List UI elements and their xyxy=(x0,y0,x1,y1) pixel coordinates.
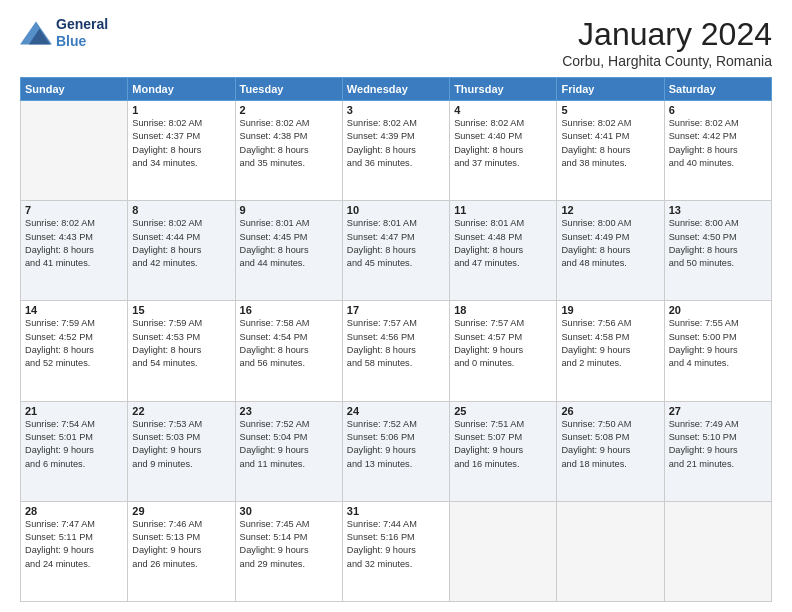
calendar-week-row: 28Sunrise: 7:47 AMSunset: 5:11 PMDayligh… xyxy=(21,501,772,601)
calendar-day-cell: 26Sunrise: 7:50 AMSunset: 5:08 PMDayligh… xyxy=(557,401,664,501)
calendar-week-row: 14Sunrise: 7:59 AMSunset: 4:52 PMDayligh… xyxy=(21,301,772,401)
logo: General Blue xyxy=(20,16,108,50)
day-info: Sunrise: 8:00 AMSunset: 4:49 PMDaylight:… xyxy=(561,217,659,270)
day-info: Sunrise: 8:02 AMSunset: 4:39 PMDaylight:… xyxy=(347,117,445,170)
day-info: Sunrise: 8:02 AMSunset: 4:42 PMDaylight:… xyxy=(669,117,767,170)
calendar-day-cell: 18Sunrise: 7:57 AMSunset: 4:57 PMDayligh… xyxy=(450,301,557,401)
day-info: Sunrise: 7:49 AMSunset: 5:10 PMDaylight:… xyxy=(669,418,767,471)
calendar-day-cell xyxy=(450,501,557,601)
calendar-day-cell: 11Sunrise: 8:01 AMSunset: 4:48 PMDayligh… xyxy=(450,201,557,301)
day-number: 19 xyxy=(561,304,659,316)
day-number: 12 xyxy=(561,204,659,216)
day-number: 21 xyxy=(25,405,123,417)
day-info: Sunrise: 7:57 AMSunset: 4:57 PMDaylight:… xyxy=(454,317,552,370)
day-number: 26 xyxy=(561,405,659,417)
header-monday: Monday xyxy=(128,78,235,101)
calendar-day-cell: 17Sunrise: 7:57 AMSunset: 4:56 PMDayligh… xyxy=(342,301,449,401)
day-info: Sunrise: 8:01 AMSunset: 4:47 PMDaylight:… xyxy=(347,217,445,270)
calendar-day-cell xyxy=(664,501,771,601)
day-info: Sunrise: 7:55 AMSunset: 5:00 PMDaylight:… xyxy=(669,317,767,370)
calendar-day-cell: 29Sunrise: 7:46 AMSunset: 5:13 PMDayligh… xyxy=(128,501,235,601)
calendar-day-cell: 28Sunrise: 7:47 AMSunset: 5:11 PMDayligh… xyxy=(21,501,128,601)
calendar-day-cell: 9Sunrise: 8:01 AMSunset: 4:45 PMDaylight… xyxy=(235,201,342,301)
day-info: Sunrise: 7:45 AMSunset: 5:14 PMDaylight:… xyxy=(240,518,338,571)
calendar-day-cell xyxy=(21,101,128,201)
calendar-day-cell: 7Sunrise: 8:02 AMSunset: 4:43 PMDaylight… xyxy=(21,201,128,301)
day-number: 15 xyxy=(132,304,230,316)
day-number: 23 xyxy=(240,405,338,417)
calendar-day-cell: 2Sunrise: 8:02 AMSunset: 4:38 PMDaylight… xyxy=(235,101,342,201)
calendar-day-cell: 1Sunrise: 8:02 AMSunset: 4:37 PMDaylight… xyxy=(128,101,235,201)
day-number: 31 xyxy=(347,505,445,517)
calendar-day-cell: 5Sunrise: 8:02 AMSunset: 4:41 PMDaylight… xyxy=(557,101,664,201)
subtitle: Corbu, Harghita County, Romania xyxy=(562,53,772,69)
day-info: Sunrise: 7:56 AMSunset: 4:58 PMDaylight:… xyxy=(561,317,659,370)
weekday-header-row: Sunday Monday Tuesday Wednesday Thursday… xyxy=(21,78,772,101)
calendar-day-cell: 6Sunrise: 8:02 AMSunset: 4:42 PMDaylight… xyxy=(664,101,771,201)
day-info: Sunrise: 7:57 AMSunset: 4:56 PMDaylight:… xyxy=(347,317,445,370)
day-info: Sunrise: 7:59 AMSunset: 4:53 PMDaylight:… xyxy=(132,317,230,370)
day-number: 10 xyxy=(347,204,445,216)
day-number: 20 xyxy=(669,304,767,316)
day-number: 17 xyxy=(347,304,445,316)
calendar-week-row: 1Sunrise: 8:02 AMSunset: 4:37 PMDaylight… xyxy=(21,101,772,201)
day-info: Sunrise: 8:01 AMSunset: 4:48 PMDaylight:… xyxy=(454,217,552,270)
calendar-day-cell: 25Sunrise: 7:51 AMSunset: 5:07 PMDayligh… xyxy=(450,401,557,501)
day-info: Sunrise: 7:52 AMSunset: 5:04 PMDaylight:… xyxy=(240,418,338,471)
day-info: Sunrise: 8:02 AMSunset: 4:37 PMDaylight:… xyxy=(132,117,230,170)
day-number: 24 xyxy=(347,405,445,417)
calendar-table: Sunday Monday Tuesday Wednesday Thursday… xyxy=(20,77,772,602)
day-info: Sunrise: 7:46 AMSunset: 5:13 PMDaylight:… xyxy=(132,518,230,571)
calendar-day-cell xyxy=(557,501,664,601)
calendar-day-cell: 24Sunrise: 7:52 AMSunset: 5:06 PMDayligh… xyxy=(342,401,449,501)
calendar-day-cell: 22Sunrise: 7:53 AMSunset: 5:03 PMDayligh… xyxy=(128,401,235,501)
page: General Blue January 2024 Corbu, Harghit… xyxy=(0,0,792,612)
day-info: Sunrise: 7:44 AMSunset: 5:16 PMDaylight:… xyxy=(347,518,445,571)
calendar-day-cell: 13Sunrise: 8:00 AMSunset: 4:50 PMDayligh… xyxy=(664,201,771,301)
calendar-day-cell: 20Sunrise: 7:55 AMSunset: 5:00 PMDayligh… xyxy=(664,301,771,401)
day-number: 7 xyxy=(25,204,123,216)
day-info: Sunrise: 7:58 AMSunset: 4:54 PMDaylight:… xyxy=(240,317,338,370)
day-info: Sunrise: 7:47 AMSunset: 5:11 PMDaylight:… xyxy=(25,518,123,571)
day-info: Sunrise: 8:02 AMSunset: 4:43 PMDaylight:… xyxy=(25,217,123,270)
header-friday: Friday xyxy=(557,78,664,101)
day-info: Sunrise: 8:00 AMSunset: 4:50 PMDaylight:… xyxy=(669,217,767,270)
main-title: January 2024 xyxy=(562,16,772,53)
day-number: 11 xyxy=(454,204,552,216)
day-number: 14 xyxy=(25,304,123,316)
day-number: 29 xyxy=(132,505,230,517)
calendar-day-cell: 4Sunrise: 8:02 AMSunset: 4:40 PMDaylight… xyxy=(450,101,557,201)
day-info: Sunrise: 7:59 AMSunset: 4:52 PMDaylight:… xyxy=(25,317,123,370)
calendar-day-cell: 3Sunrise: 8:02 AMSunset: 4:39 PMDaylight… xyxy=(342,101,449,201)
day-number: 13 xyxy=(669,204,767,216)
day-info: Sunrise: 7:50 AMSunset: 5:08 PMDaylight:… xyxy=(561,418,659,471)
calendar-day-cell: 30Sunrise: 7:45 AMSunset: 5:14 PMDayligh… xyxy=(235,501,342,601)
day-info: Sunrise: 8:02 AMSunset: 4:41 PMDaylight:… xyxy=(561,117,659,170)
day-number: 16 xyxy=(240,304,338,316)
day-number: 1 xyxy=(132,104,230,116)
calendar-day-cell: 14Sunrise: 7:59 AMSunset: 4:52 PMDayligh… xyxy=(21,301,128,401)
day-number: 8 xyxy=(132,204,230,216)
calendar-day-cell: 8Sunrise: 8:02 AMSunset: 4:44 PMDaylight… xyxy=(128,201,235,301)
day-info: Sunrise: 8:02 AMSunset: 4:44 PMDaylight:… xyxy=(132,217,230,270)
calendar-day-cell: 19Sunrise: 7:56 AMSunset: 4:58 PMDayligh… xyxy=(557,301,664,401)
calendar-day-cell: 21Sunrise: 7:54 AMSunset: 5:01 PMDayligh… xyxy=(21,401,128,501)
day-number: 9 xyxy=(240,204,338,216)
calendar-day-cell: 23Sunrise: 7:52 AMSunset: 5:04 PMDayligh… xyxy=(235,401,342,501)
day-info: Sunrise: 8:01 AMSunset: 4:45 PMDaylight:… xyxy=(240,217,338,270)
day-number: 25 xyxy=(454,405,552,417)
day-info: Sunrise: 8:02 AMSunset: 4:38 PMDaylight:… xyxy=(240,117,338,170)
logo-icon xyxy=(20,19,52,47)
day-info: Sunrise: 7:54 AMSunset: 5:01 PMDaylight:… xyxy=(25,418,123,471)
day-number: 27 xyxy=(669,405,767,417)
calendar-day-cell: 10Sunrise: 8:01 AMSunset: 4:47 PMDayligh… xyxy=(342,201,449,301)
calendar-day-cell: 27Sunrise: 7:49 AMSunset: 5:10 PMDayligh… xyxy=(664,401,771,501)
title-area: January 2024 Corbu, Harghita County, Rom… xyxy=(562,16,772,69)
day-number: 5 xyxy=(561,104,659,116)
day-info: Sunrise: 7:53 AMSunset: 5:03 PMDaylight:… xyxy=(132,418,230,471)
header-thursday: Thursday xyxy=(450,78,557,101)
header-wednesday: Wednesday xyxy=(342,78,449,101)
day-number: 22 xyxy=(132,405,230,417)
calendar-week-row: 21Sunrise: 7:54 AMSunset: 5:01 PMDayligh… xyxy=(21,401,772,501)
header-saturday: Saturday xyxy=(664,78,771,101)
